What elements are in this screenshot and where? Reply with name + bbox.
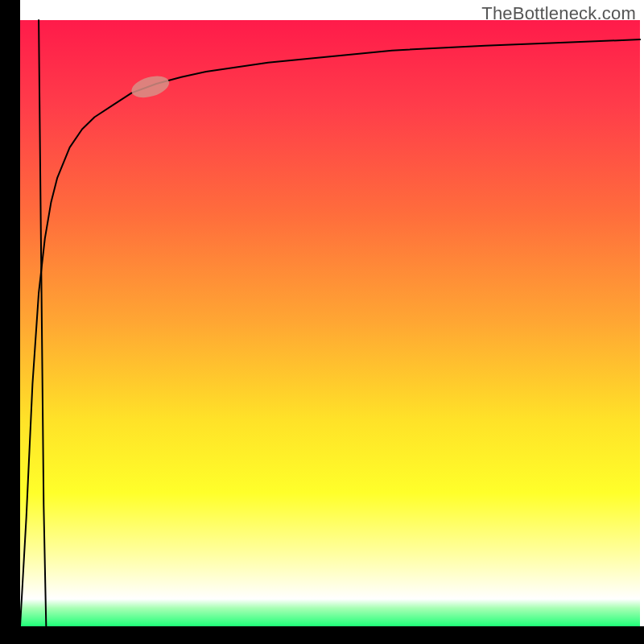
bottleneck-chart [0, 0, 644, 644]
axis-left [0, 0, 20, 644]
watermark-label: TheBottleneck.com [481, 3, 636, 24]
plot-background [20, 20, 640, 626]
axis-bottom [0, 626, 644, 644]
